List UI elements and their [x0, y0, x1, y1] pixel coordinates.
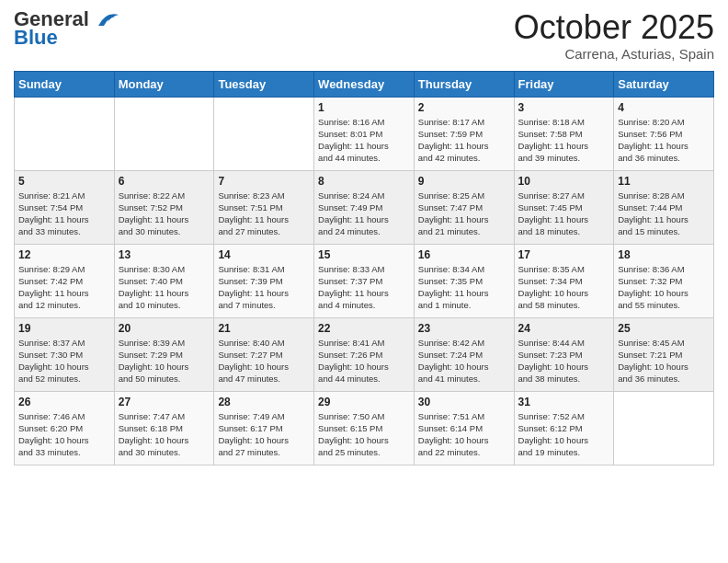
calendar-cell: 17Sunrise: 8:35 AM Sunset: 7:34 PM Dayli… [514, 244, 614, 317]
calendar-cell: 9Sunrise: 8:25 AM Sunset: 7:47 PM Daylig… [414, 170, 514, 244]
day-number: 6 [119, 175, 210, 188]
week-row-5: 26Sunrise: 7:46 AM Sunset: 6:20 PM Dayli… [15, 391, 714, 465]
day-info: Sunrise: 8:42 AM Sunset: 7:24 PM Dayligh… [418, 337, 510, 385]
day-info: Sunrise: 8:31 AM Sunset: 7:39 PM Dayligh… [218, 263, 310, 312]
logo-blue: Blue [14, 26, 58, 50]
calendar-cell: 4Sunrise: 8:20 AM Sunset: 7:56 PM Daylig… [614, 97, 714, 170]
day-info: Sunrise: 8:39 AM Sunset: 7:29 PM Dayligh… [119, 337, 210, 385]
calendar-cell: 7Sunrise: 8:23 AM Sunset: 7:51 PM Daylig… [214, 170, 314, 244]
day-number: 28 [218, 396, 310, 408]
day-number: 10 [518, 175, 610, 188]
calendar-cell: 28Sunrise: 7:49 AM Sunset: 6:17 PM Dayli… [214, 391, 314, 465]
day-info: Sunrise: 8:37 AM Sunset: 7:30 PM Dayligh… [18, 337, 110, 385]
week-row-1: 1Sunrise: 8:16 AM Sunset: 8:01 PM Daylig… [15, 97, 714, 170]
title-section: October 2025 Carrena, Asturias, Spain [514, 9, 714, 62]
day-info: Sunrise: 8:22 AM Sunset: 7:52 PM Dayligh… [119, 190, 210, 238]
day-number: 13 [119, 248, 210, 261]
calendar-cell: 10Sunrise: 8:27 AM Sunset: 7:45 PM Dayli… [514, 170, 614, 244]
calendar-cell: 30Sunrise: 7:51 AM Sunset: 6:14 PM Dayli… [414, 391, 514, 465]
calendar-cell: 29Sunrise: 7:50 AM Sunset: 6:15 PM Dayli… [314, 391, 415, 465]
day-number: 30 [418, 396, 510, 408]
day-number: 8 [318, 175, 410, 188]
location: Carrena, Asturias, Spain [514, 46, 714, 62]
calendar-cell: 20Sunrise: 8:39 AM Sunset: 7:29 PM Dayli… [114, 317, 214, 391]
day-info: Sunrise: 8:20 AM Sunset: 7:56 PM Dayligh… [618, 116, 710, 165]
calendar-cell [114, 97, 214, 170]
day-info: Sunrise: 7:49 AM Sunset: 6:17 PM Dayligh… [218, 410, 310, 459]
week-row-3: 12Sunrise: 8:29 AM Sunset: 7:42 PM Dayli… [15, 244, 714, 317]
day-number: 29 [318, 396, 410, 408]
day-info: Sunrise: 8:30 AM Sunset: 7:40 PM Dayligh… [119, 263, 210, 312]
header-cell-saturday: Saturday [614, 71, 714, 97]
calendar-cell: 11Sunrise: 8:28 AM Sunset: 7:44 PM Dayli… [614, 170, 714, 244]
week-row-4: 19Sunrise: 8:37 AM Sunset: 7:30 PM Dayli… [15, 317, 714, 391]
day-number: 19 [18, 322, 110, 335]
day-info: Sunrise: 8:33 AM Sunset: 7:37 PM Dayligh… [318, 263, 410, 312]
day-number: 21 [218, 322, 310, 335]
page-container: General Blue October 2025 Carrena, Astur… [0, 0, 728, 475]
header-cell-tuesday: Tuesday [214, 71, 314, 97]
calendar-cell: 3Sunrise: 8:18 AM Sunset: 7:58 PM Daylig… [514, 97, 614, 170]
day-info: Sunrise: 7:51 AM Sunset: 6:14 PM Dayligh… [418, 410, 510, 459]
day-info: Sunrise: 8:16 AM Sunset: 8:01 PM Dayligh… [318, 116, 410, 165]
calendar-cell: 8Sunrise: 8:24 AM Sunset: 7:49 PM Daylig… [314, 170, 415, 244]
logo-bird-icon [93, 9, 122, 29]
calendar-cell: 27Sunrise: 7:47 AM Sunset: 6:18 PM Dayli… [114, 391, 214, 465]
day-number: 5 [18, 175, 110, 188]
header-row: SundayMondayTuesdayWednesdayThursdayFrid… [15, 71, 714, 97]
header-cell-sunday: Sunday [15, 71, 115, 97]
calendar-cell: 1Sunrise: 8:16 AM Sunset: 8:01 PM Daylig… [314, 97, 415, 170]
calendar-cell: 2Sunrise: 8:17 AM Sunset: 7:59 PM Daylig… [414, 97, 514, 170]
day-info: Sunrise: 8:27 AM Sunset: 7:45 PM Dayligh… [518, 190, 610, 238]
day-number: 27 [119, 396, 210, 408]
day-info: Sunrise: 7:46 AM Sunset: 6:20 PM Dayligh… [18, 410, 110, 459]
day-number: 12 [18, 248, 110, 261]
day-number: 25 [618, 322, 710, 335]
calendar-cell [614, 391, 714, 465]
day-info: Sunrise: 7:52 AM Sunset: 6:12 PM Dayligh… [518, 410, 610, 459]
header-cell-thursday: Thursday [414, 71, 514, 97]
calendar-cell: 24Sunrise: 8:44 AM Sunset: 7:23 PM Dayli… [514, 317, 614, 391]
logo: General Blue [14, 9, 122, 50]
day-number: 17 [518, 248, 610, 261]
calendar-cell [214, 97, 314, 170]
day-info: Sunrise: 8:29 AM Sunset: 7:42 PM Dayligh… [18, 263, 110, 312]
calendar-cell: 12Sunrise: 8:29 AM Sunset: 7:42 PM Dayli… [15, 244, 115, 317]
header: General Blue October 2025 Carrena, Astur… [14, 9, 714, 62]
day-number: 4 [618, 101, 710, 114]
day-number: 11 [618, 175, 710, 188]
calendar-cell: 22Sunrise: 8:41 AM Sunset: 7:26 PM Dayli… [314, 317, 415, 391]
day-number: 23 [418, 322, 510, 335]
calendar-cell: 13Sunrise: 8:30 AM Sunset: 7:40 PM Dayli… [114, 244, 214, 317]
calendar-cell: 19Sunrise: 8:37 AM Sunset: 7:30 PM Dayli… [15, 317, 115, 391]
month-title: October 2025 [514, 9, 714, 46]
calendar-cell: 16Sunrise: 8:34 AM Sunset: 7:35 PM Dayli… [414, 244, 514, 317]
day-info: Sunrise: 8:21 AM Sunset: 7:54 PM Dayligh… [18, 190, 110, 238]
day-number: 31 [518, 396, 610, 408]
header-cell-monday: Monday [114, 71, 214, 97]
day-number: 3 [518, 101, 610, 114]
day-number: 2 [418, 101, 510, 114]
day-info: Sunrise: 8:24 AM Sunset: 7:49 PM Dayligh… [318, 190, 410, 238]
day-number: 24 [518, 322, 610, 335]
day-number: 7 [218, 175, 310, 188]
day-info: Sunrise: 8:25 AM Sunset: 7:47 PM Dayligh… [418, 190, 510, 238]
calendar-cell: 6Sunrise: 8:22 AM Sunset: 7:52 PM Daylig… [114, 170, 214, 244]
day-number: 14 [218, 248, 310, 261]
day-info: Sunrise: 8:17 AM Sunset: 7:59 PM Dayligh… [418, 116, 510, 165]
day-number: 18 [618, 248, 710, 261]
header-cell-friday: Friday [514, 71, 614, 97]
calendar-cell: 26Sunrise: 7:46 AM Sunset: 6:20 PM Dayli… [15, 391, 115, 465]
day-number: 20 [119, 322, 210, 335]
calendar-cell: 25Sunrise: 8:45 AM Sunset: 7:21 PM Dayli… [614, 317, 714, 391]
calendar-cell: 18Sunrise: 8:36 AM Sunset: 7:32 PM Dayli… [614, 244, 714, 317]
week-row-2: 5Sunrise: 8:21 AM Sunset: 7:54 PM Daylig… [15, 170, 714, 244]
calendar-cell: 15Sunrise: 8:33 AM Sunset: 7:37 PM Dayli… [314, 244, 415, 317]
day-info: Sunrise: 8:41 AM Sunset: 7:26 PM Dayligh… [318, 337, 410, 385]
day-number: 26 [18, 396, 110, 408]
calendar-cell: 5Sunrise: 8:21 AM Sunset: 7:54 PM Daylig… [15, 170, 115, 244]
calendar-cell: 21Sunrise: 8:40 AM Sunset: 7:27 PM Dayli… [214, 317, 314, 391]
calendar-cell: 14Sunrise: 8:31 AM Sunset: 7:39 PM Dayli… [214, 244, 314, 317]
day-info: Sunrise: 8:23 AM Sunset: 7:51 PM Dayligh… [218, 190, 310, 238]
day-info: Sunrise: 7:47 AM Sunset: 6:18 PM Dayligh… [119, 410, 210, 459]
